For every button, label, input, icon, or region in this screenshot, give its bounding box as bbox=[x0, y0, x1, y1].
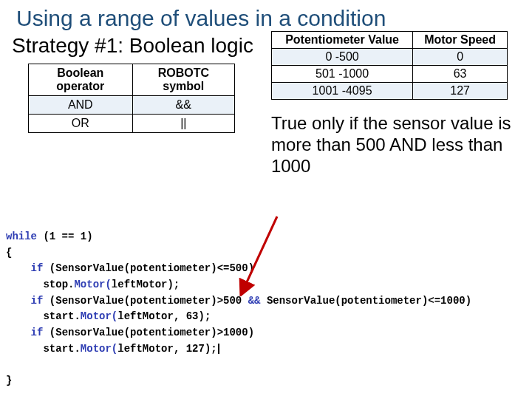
bool-op-or: OR bbox=[29, 115, 133, 133]
bool-header-op: Boolean operator bbox=[29, 64, 133, 96]
code-text: leftMotor); bbox=[112, 279, 180, 290]
pot-range-2: 501 -1000 bbox=[271, 66, 412, 83]
code-text: stop. bbox=[43, 279, 74, 290]
right-col: Potentiometer Value Motor Speed 0 -500 0… bbox=[271, 31, 526, 177]
kw-if: if bbox=[31, 295, 44, 307]
code-text: leftMotor, 63); bbox=[117, 310, 211, 322]
table-row: 0 -500 0 bbox=[271, 49, 507, 66]
code-block: while (1 == 1) { if (SensorValue(potenti… bbox=[6, 229, 471, 389]
boolean-table: Boolean operator ROBOTC symbol AND && OR… bbox=[28, 64, 235, 133]
code-and-op: && bbox=[248, 295, 261, 307]
code-text: { bbox=[6, 247, 12, 259]
code-text: start. bbox=[43, 343, 80, 355]
page-title: Using a range of values in a condition bbox=[0, 0, 532, 31]
table-row: 1001 -4095 127 bbox=[271, 83, 507, 100]
table-row: 501 -1000 63 bbox=[271, 66, 507, 83]
bool-op-and: AND bbox=[29, 96, 133, 115]
code-text: start. bbox=[43, 310, 80, 322]
code-text: Motor( bbox=[81, 310, 117, 322]
code-text: SensorValue(potentiometer)<=1000) bbox=[260, 295, 471, 307]
speed-header-pot: Potentiometer Value bbox=[271, 32, 412, 49]
code-text: leftMotor, 127); bbox=[117, 343, 216, 355]
table-row: Potentiometer Value Motor Speed bbox=[271, 32, 507, 49]
pot-range-3: 1001 -4095 bbox=[271, 83, 412, 100]
kw-if: if bbox=[31, 327, 44, 338]
code-text: (1 == 1) bbox=[37, 231, 93, 242]
code-text: Motor( bbox=[81, 343, 117, 355]
code-text: (SensorValue(potentiometer)>1000) bbox=[43, 327, 254, 338]
top-row: Strategy #1: Boolean logic Boolean opera… bbox=[0, 31, 532, 177]
left-col: Strategy #1: Boolean logic Boolean opera… bbox=[6, 31, 253, 133]
speed-1: 0 bbox=[413, 49, 508, 66]
bool-header-sym: ROBOTC symbol bbox=[132, 64, 234, 96]
bool-sym-and: && bbox=[132, 96, 234, 115]
explain-text: True only if the sensor value is more th… bbox=[271, 100, 515, 177]
code-text: (SensorValue(potentiometer)>500 bbox=[43, 295, 248, 307]
subtitle: Strategy #1: Boolean logic bbox=[6, 31, 253, 64]
code-text: } bbox=[6, 375, 12, 386]
code-text: (SensorValue(potentiometer)<=500) bbox=[43, 262, 254, 274]
table-row: AND && bbox=[29, 96, 235, 115]
table-row: Boolean operator ROBOTC symbol bbox=[29, 64, 235, 96]
kw-while: while bbox=[6, 231, 37, 242]
speed-header-motor: Motor Speed bbox=[413, 32, 508, 49]
code-text: Motor( bbox=[74, 279, 111, 290]
speed-3: 127 bbox=[413, 83, 508, 100]
pot-range-1: 0 -500 bbox=[271, 49, 412, 66]
text-cursor-icon bbox=[218, 344, 219, 354]
table-row: OR || bbox=[29, 115, 235, 133]
kw-if: if bbox=[31, 262, 44, 274]
speed-2: 63 bbox=[413, 66, 508, 83]
bool-sym-or: || bbox=[132, 115, 234, 133]
speed-table: Potentiometer Value Motor Speed 0 -500 0… bbox=[271, 31, 508, 100]
